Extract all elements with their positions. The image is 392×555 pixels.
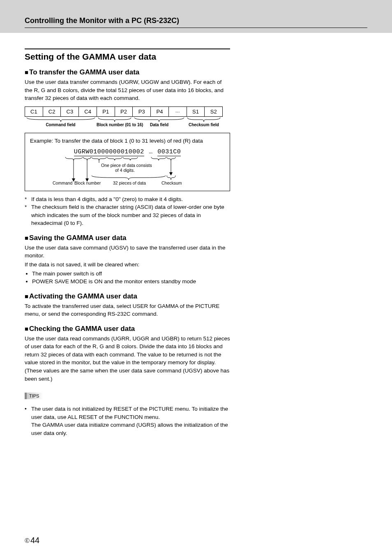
ex-lab-data: 32 pieces of data <box>113 180 146 185</box>
tips-line: The GAMMA user data initialize command (… <box>31 422 228 436</box>
section-rule <box>25 49 230 52</box>
square-bullet-icon: ■ <box>25 69 28 76</box>
field-diagram: C1 C2 C3 C4 P1 P2 P3 P4 ··· S1 S2 <box>25 106 223 117</box>
diagram-cell: P2 <box>115 107 133 116</box>
bracket-label: Data field <box>133 123 186 127</box>
subhead-text: To transfer the GAMMA user data <box>29 68 139 76</box>
list-item: POWER SAVE MODE is ON and the monitor en… <box>32 278 230 286</box>
ex-lab-blk: Block number <box>74 180 101 185</box>
diagram-cell: S2 <box>205 107 222 116</box>
footnotes: *If data is less than 4 digits, add a "0… <box>25 195 230 227</box>
square-bullet-icon: ■ <box>25 293 28 300</box>
diagram-cell: ··· <box>169 107 187 116</box>
bracket-icon <box>26 118 96 122</box>
mono-seg: 0031 <box>157 148 173 156</box>
save-bullets: The main power switch is off POWER SAVE … <box>25 270 230 286</box>
mono-seg: 01 <box>90 148 97 156</box>
bracket-icon <box>187 118 221 122</box>
subhead-activating: ■Activating the GAMMA user data <box>25 292 230 301</box>
para-saving-2: If the data is not saved, it will be cle… <box>25 261 230 269</box>
para-checking: Use the user data read commands (UGRR, U… <box>25 335 230 383</box>
para-activating: To activate the transferred user data, s… <box>25 302 230 318</box>
main-column: Setting of the GAMMA user data ■To trans… <box>0 33 255 458</box>
subhead-text: Saving the GAMMA user data <box>29 234 126 242</box>
square-bullet-icon: ■ <box>25 325 28 332</box>
bracket-label: Command field <box>25 123 97 127</box>
asterisk-icon: * <box>25 195 31 204</box>
svg-marker-6 <box>169 172 173 176</box>
mono-ellipsis: … <box>144 148 158 155</box>
diagram-cell: P3 <box>133 107 151 116</box>
tips-line: The user data is not initialized by RESE… <box>31 406 228 420</box>
note-line1: One piece of data consists <box>101 163 152 168</box>
tips-badge: TIPS <box>25 393 43 399</box>
example-mono: UGRW01000000010002 … 0031C0 <box>30 148 225 156</box>
subhead-text: Checking the GAMMA user data <box>29 325 135 333</box>
ex-lab-chk: Checksum <box>161 180 182 185</box>
list-item: The main power switch is off <box>32 270 230 278</box>
diagram-cell: S1 <box>187 107 205 116</box>
note-line2: of 4 digits. <box>115 168 135 173</box>
para-transfer: Use the user data transfer commands (UGR… <box>25 78 230 102</box>
mono-seg: C0 <box>173 148 181 156</box>
ex-lab-cmd: Command <box>53 180 73 185</box>
subhead-text: Activating the GAMMA user data <box>29 292 137 300</box>
example-intro: Example: To transfer the data of block 1… <box>30 137 225 145</box>
header-title: Controlling the Monitor with a PC (RS-23… <box>25 16 367 28</box>
subhead-saving: ■Saving the GAMMA user data <box>25 234 230 242</box>
bracket-label: Checksum field <box>186 123 222 127</box>
subhead-transfer: ■To transfer the GAMMA user data <box>25 68 230 76</box>
diagram-cell: C1 <box>25 107 43 116</box>
footnote-text: The checksum field is the character stri… <box>31 203 230 227</box>
example-box: Example: To transfer the data of block 1… <box>25 133 230 191</box>
bracket-icon <box>97 118 132 122</box>
asterisk-icon: * <box>25 203 31 227</box>
example-annotations: One piece of data consists of 4 digits. … <box>30 157 225 186</box>
mono-seg: 0000 <box>97 148 113 156</box>
mono-seg: 0001 <box>113 148 129 156</box>
diagram-cell: C3 <box>61 107 79 116</box>
bracket-icon <box>134 118 185 122</box>
diagram-cell: P1 <box>97 107 115 116</box>
bullet-icon: • <box>25 405 31 437</box>
mono-seg: UGRW <box>74 148 90 156</box>
diagram-cell: P4 <box>151 107 169 116</box>
tips-text: The user data is not initialized by RESE… <box>31 405 230 437</box>
subhead-checking: ■Checking the GAMMA user data <box>25 325 230 333</box>
mono-seg: 0002 <box>129 148 144 156</box>
bracket-label: Block number (01 to 16) <box>97 123 133 127</box>
footnote-text: If data is less than 4 digits, add a "0"… <box>31 195 230 204</box>
section-heading: Setting of the GAMMA user data <box>25 52 230 62</box>
tips-list: • The user data is not initialized by RE… <box>25 405 230 437</box>
para-saving-1: Use the user data save command (UGSV) to… <box>25 244 230 260</box>
diagram-cell: C2 <box>43 107 61 116</box>
diagram-cell: C4 <box>79 107 97 116</box>
header-band: Controlling the Monitor with a PC (RS-23… <box>0 0 392 33</box>
bracket-row: Command field Block number (01 to 16) Da… <box>25 118 222 127</box>
square-bullet-icon: ■ <box>25 234 28 241</box>
